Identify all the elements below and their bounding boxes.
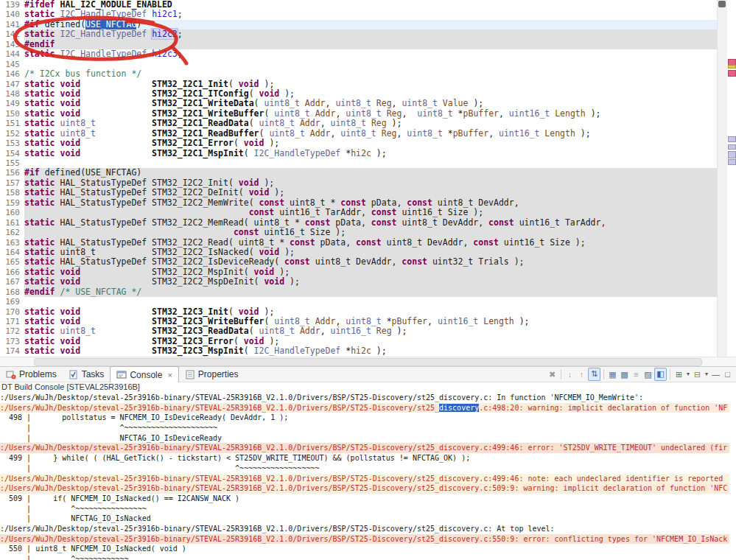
display-selected-console-icon[interactable]: ⊞ bbox=[673, 368, 684, 380]
line-number: 152 bbox=[0, 129, 24, 139]
tab-console[interactable]: Console × bbox=[110, 366, 178, 382]
editor-vertical-scrollbar[interactable] bbox=[717, 0, 727, 357]
display-console-dropdown[interactable]: ▾ bbox=[685, 368, 691, 380]
code-line[interactable]: 165static HAL_StatusTypeDef STM32_I2C2_I… bbox=[0, 257, 717, 267]
code-line[interactable]: 140static I2C_HandleTypeDef hi2c1; bbox=[0, 10, 717, 19]
ruler-marker[interactable] bbox=[728, 159, 736, 165]
line-number: 158 bbox=[0, 188, 24, 197]
previous-marker-icon[interactable]: ↑ bbox=[576, 368, 587, 380]
console-line: 498 | pollstatus = NFCMEM_IO_IsDeviceRea… bbox=[0, 413, 729, 423]
close-icon[interactable]: × bbox=[167, 371, 172, 379]
line-number: 168 bbox=[0, 287, 24, 297]
show-console-on-output-toggle[interactable]: ⇅ bbox=[588, 368, 600, 381]
code-line[interactable]: 159static HAL_StatusTypeDef STM32_I2C2_M… bbox=[0, 198, 717, 208]
ruler-marker[interactable] bbox=[728, 65, 736, 69]
code-line[interactable]: 153static void STM32_I2C1_Error( void ); bbox=[0, 139, 717, 148]
open-console-icon[interactable]: ⊟ bbox=[692, 368, 703, 380]
code-line[interactable]: 143#endif bbox=[0, 40, 717, 49]
code-line[interactable]: 166static void STM32_I2C2_MspInit( void … bbox=[0, 267, 717, 277]
code-line[interactable]: 172static uint8_t STM32_I2C3_ReadData( u… bbox=[0, 326, 717, 336]
code-line[interactable]: 144static I2C_HandleTypeDef hi2c3; bbox=[0, 49, 717, 59]
code-line[interactable]: 145 bbox=[0, 60, 717, 69]
code-line[interactable]: 163static HAL_StatusTypeDef STM32_I2C2_R… bbox=[0, 238, 717, 248]
line-number: 165 bbox=[0, 257, 24, 267]
maximize-icon[interactable]: □ bbox=[722, 368, 733, 380]
code-line[interactable]: 170static void STM32_I2C3_Init( void ); bbox=[0, 307, 717, 317]
code-line[interactable]: 157static HAL_StatusTypeDef STM32_I2C2_I… bbox=[0, 178, 717, 188]
console-view-toggle[interactable]: ◧ bbox=[654, 368, 667, 381]
clear-console-icon[interactable]: ▨ bbox=[642, 368, 653, 380]
terminate-icon[interactable]: ✖ bbox=[547, 368, 558, 380]
ruler-marker[interactable] bbox=[728, 70, 736, 77]
tab-tasks[interactable]: Tasks bbox=[63, 367, 111, 382]
console-icon bbox=[116, 370, 127, 379]
code-line[interactable]: 161static HAL_StatusTypeDef STM32_I2C2_M… bbox=[0, 218, 717, 228]
tab-problems[interactable]: Problems bbox=[0, 367, 63, 382]
code-line[interactable]: 160 const uint16_t TarAddr, const uint16… bbox=[0, 208, 717, 217]
line-number: 145 bbox=[0, 60, 24, 69]
toolbar-separator bbox=[603, 369, 604, 379]
code-line[interactable]: 151static uint8_t STM32_I2C1_ReadData( u… bbox=[0, 119, 717, 128]
code-line[interactable]: 164static uint8_t STM32_I2C2_IsNacked( v… bbox=[0, 248, 717, 257]
next-marker-icon[interactable]: ↓ bbox=[564, 368, 575, 380]
code-line[interactable]: 168#endif /* USE_NFCTAG */ bbox=[0, 287, 717, 297]
console-problem-link[interactable]: :/Users/WuJh/Desktop/steval-25r3916b-bin… bbox=[0, 403, 729, 413]
code-line[interactable]: 152static uint8_t STM32_I2C1_ReadBuffer(… bbox=[0, 129, 717, 139]
line-number: 157 bbox=[0, 178, 24, 188]
line-number: 149 bbox=[0, 99, 24, 108]
line-number: 172 bbox=[0, 326, 24, 336]
line-number: 147 bbox=[0, 80, 24, 89]
console-line: 499 | } while( ( (HAL_GetTick() - tickst… bbox=[0, 453, 729, 463]
console-problem-link[interactable]: :/Users/WuJh/Desktop/steval-25r3916b-bin… bbox=[0, 534, 729, 545]
line-number: 159 bbox=[0, 198, 24, 208]
code-line[interactable]: 147static void STM32_I2C1_Init( void ); bbox=[0, 80, 717, 89]
line-number: 174 bbox=[0, 346, 24, 356]
code-line[interactable]: 158static HAL_StatusTypeDef STM32_I2C2_D… bbox=[0, 188, 717, 197]
scroll-lock-icon[interactable]: ▩ bbox=[619, 368, 630, 380]
code-line[interactable]: 148static void STM32_I2C1_ITConfig( void… bbox=[0, 89, 717, 99]
line-number: 146 bbox=[0, 69, 24, 79]
line-number: 160 bbox=[0, 208, 24, 217]
console-problem-link[interactable]: :/Users/WuJh/Desktop/steval-25r3916b-bin… bbox=[0, 474, 729, 484]
line-number: 161 bbox=[0, 218, 24, 228]
pin-console-icon[interactable]: ▦ bbox=[607, 368, 618, 380]
ruler-marker[interactable] bbox=[728, 151, 736, 158]
line-number: 154 bbox=[0, 149, 24, 158]
code-line[interactable]: 146/* I2Cx bus function */ bbox=[0, 69, 717, 79]
ruler-marker[interactable] bbox=[728, 144, 736, 150]
horizontal-scrollbar-thumb[interactable] bbox=[34, 358, 702, 366]
code-line[interactable]: 173static void STM32_I2C3_Error( void ); bbox=[0, 337, 717, 346]
console-problem-link[interactable]: :/Users/WuJh/Desktop/steval-25r3916b-bin… bbox=[0, 443, 729, 453]
console-problem-link[interactable]: :/Users/WuJh/Desktop/steval-25r3916b-bin… bbox=[0, 483, 729, 494]
code-line[interactable]: 167static void STM32_I2C2_MspDeInit( voi… bbox=[0, 277, 717, 287]
line-number: 166 bbox=[0, 267, 24, 277]
code-line[interactable]: 155 bbox=[0, 158, 717, 168]
code-line[interactable]: 149static void STM32_I2C1_WriteData( uin… bbox=[0, 99, 717, 108]
selected-text: discovery bbox=[439, 404, 479, 412]
console-line: | ^~~~~~~~~~~~~~~~~ bbox=[0, 504, 729, 514]
line-number: 148 bbox=[0, 89, 24, 99]
code-editor[interactable]: 139#ifdef HAL_I2C_MODULE_ENABLED140stati… bbox=[0, 0, 717, 357]
tab-label: Properties bbox=[198, 369, 239, 379]
code-line[interactable]: 142static I2C_HandleTypeDef hi2c2; bbox=[0, 29, 717, 39]
code-line[interactable]: 169 bbox=[0, 297, 717, 307]
line-number: 169 bbox=[0, 297, 24, 307]
word-wrap-icon[interactable]: ≡ bbox=[631, 368, 642, 380]
console-output[interactable]: :/Users/WuJh/Desktop/steval-25r3916b-bin… bbox=[0, 393, 729, 560]
code-line[interactable]: 154static void STM32_I2C1_MspInit( I2C_H… bbox=[0, 149, 717, 158]
tab-properties[interactable]: Properties bbox=[179, 367, 245, 382]
overview-ruler[interactable] bbox=[727, 0, 736, 357]
ruler-marker[interactable] bbox=[728, 136, 736, 142]
vertical-scrollbar-thumb[interactable] bbox=[718, 1, 726, 7]
line-number: 163 bbox=[0, 238, 24, 248]
code-line[interactable]: 139#ifdef HAL_I2C_MODULE_ENABLED bbox=[0, 0, 717, 10]
code-line[interactable]: 156#if defined(USE_NFCTAG) bbox=[0, 168, 717, 178]
code-line[interactable]: 171static void STM32_I2C3_WriteBuffer( u… bbox=[0, 317, 717, 326]
minimize-icon[interactable]: — bbox=[710, 368, 721, 380]
line-number: 150 bbox=[0, 109, 24, 119]
toolbar-separator bbox=[561, 369, 561, 379]
code-line[interactable]: 150static void STM32_I2C1_WriteBuffer( u… bbox=[0, 109, 717, 119]
code-line[interactable]: 162 const uint16_t Size ); bbox=[0, 228, 717, 237]
code-line[interactable]: 174static void STM32_I2C3_MspInit( I2C_H… bbox=[0, 346, 717, 356]
open-console-dropdown[interactable]: ▾ bbox=[704, 368, 709, 380]
